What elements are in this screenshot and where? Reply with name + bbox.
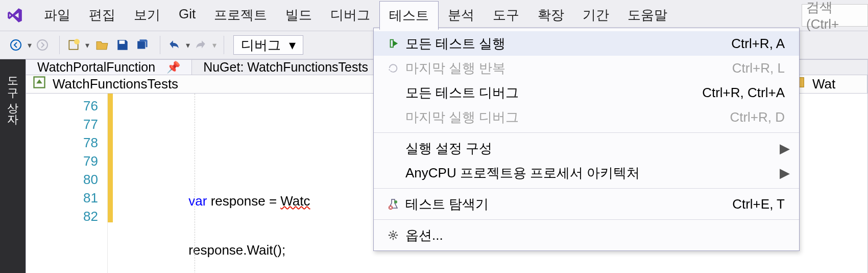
- menu-item-label: 모든 테스트 실행: [403, 35, 731, 53]
- svg-point-8: [394, 200, 397, 203]
- caret-down-icon[interactable]: ▾: [28, 40, 32, 50]
- menu-item-label: 실행 설정 구성: [403, 140, 775, 157]
- menu-item-label: 테스트 탐색기: [403, 195, 732, 213]
- menu-프로젝트[interactable]: 프로젝트: [205, 1, 276, 30]
- gear-icon: [383, 230, 403, 241]
- undo-button[interactable]: [165, 36, 183, 54]
- menu-분석[interactable]: 분석: [439, 1, 484, 30]
- nav-back-button[interactable]: [7, 36, 25, 54]
- change-indicator: [108, 94, 113, 273]
- menu-item-shortcut: Ctrl+E, T: [732, 196, 790, 212]
- submenu-arrow-icon: ▶: [780, 141, 790, 156]
- nav-scope-label: WatchFunctionsTests: [53, 76, 178, 92]
- menu-item-실행 설정 구성[interactable]: 실행 설정 구성▶: [374, 136, 799, 161]
- menu-item-옵션...[interactable]: 옵션...: [374, 223, 799, 247]
- open-button[interactable]: [93, 36, 111, 54]
- menu-파일[interactable]: 파일: [35, 1, 80, 30]
- toolbox-label: 도구 상자: [5, 70, 20, 118]
- save-button[interactable]: [114, 36, 131, 54]
- play-icon: [383, 38, 403, 49]
- line-number: 77: [26, 115, 98, 133]
- menu-item-모든 테스트 실행[interactable]: 모든 테스트 실행Ctrl+R, A: [374, 31, 799, 56]
- repeat-icon: [383, 62, 403, 74]
- config-combo[interactable]: 디버그 ▾: [233, 35, 303, 55]
- toolbox-panel[interactable]: 도구 상자: [0, 59, 26, 273]
- flask-icon: [383, 198, 403, 210]
- menu-item-label: AnyCPU 프로젝트용 프로세서 아키텍처: [403, 164, 775, 182]
- nav-member-label: Wat: [812, 76, 835, 92]
- menu-item-label: 마지막 실행 디버그: [403, 108, 730, 126]
- menu-도움말[interactable]: 도움말: [618, 1, 677, 30]
- menu-디버그[interactable]: 디버그: [321, 1, 379, 30]
- menu-item-label: 모든 테스트 디버그: [403, 84, 702, 102]
- menu-item-AnyCPU 프로젝트용 프로세서 아키텍처[interactable]: AnyCPU 프로젝트용 프로세서 아키텍처▶: [374, 161, 799, 185]
- pin-icon[interactable]: 📌: [166, 61, 180, 74]
- menu-separator: [374, 132, 799, 133]
- menu-빌드[interactable]: 빌드: [276, 1, 321, 30]
- search-placeholder: 검색(Ctrl+: [806, 0, 863, 32]
- menu-보기[interactable]: 보기: [125, 1, 170, 30]
- line-number: 82: [26, 207, 98, 225]
- tab-label: NuGet: WatchFunctionsTests: [203, 60, 368, 75]
- svg-rect-4: [119, 40, 125, 44]
- line-gutter: 76 77 78 79 80 81 82: [26, 94, 108, 273]
- doc-tab-watchportal[interactable]: WatchPortalFunction 📌: [26, 60, 192, 75]
- menu-item-테스트 탐색기[interactable]: 테스트 탐색기Ctrl+E, T: [374, 192, 799, 216]
- line-number: 76: [26, 97, 98, 115]
- menu-item-shortcut: Ctrl+R, Ctrl+A: [702, 85, 790, 101]
- menu-separator: [374, 188, 799, 189]
- config-label: 디버그: [241, 36, 281, 54]
- svg-point-1: [37, 40, 47, 50]
- line-number: 78: [26, 133, 98, 152]
- svg-point-3: [74, 39, 80, 44]
- redo-button[interactable]: [192, 36, 209, 54]
- caret-down-icon[interactable]: ▾: [212, 40, 216, 50]
- menu-도구[interactable]: 도구: [484, 1, 528, 30]
- save-all-button[interactable]: [134, 36, 152, 54]
- vs-logo: [5, 6, 25, 25]
- line-number: 79: [26, 152, 98, 170]
- menu-item-shortcut: Ctrl+R, L: [732, 60, 790, 76]
- menu-item-shortcut: Ctrl+R, D: [730, 109, 790, 125]
- menu-테스트[interactable]: 테스트: [379, 1, 439, 30]
- menu-item-label: 마지막 실행 반복: [403, 59, 732, 77]
- caret-down-icon[interactable]: ▾: [85, 40, 89, 50]
- new-item-button[interactable]: [65, 36, 82, 54]
- caret-down-icon[interactable]: ▾: [186, 40, 190, 50]
- tab-label: WatchPortalFunction: [37, 60, 155, 75]
- menu-item-shortcut: Ctrl+R, A: [731, 36, 790, 52]
- svg-point-0: [11, 40, 21, 50]
- doc-tab-nuget[interactable]: NuGet: WatchFunctionsTests: [192, 60, 380, 75]
- test-menu-dropdown: 모든 테스트 실행Ctrl+R, A마지막 실행 반복Ctrl+R, L모든 테…: [373, 28, 800, 251]
- line-number: 80: [26, 170, 98, 189]
- project-icon: [32, 75, 46, 93]
- menu-item-마지막 실행 반복: 마지막 실행 반복Ctrl+R, L: [374, 56, 799, 80]
- menu-separator: [374, 219, 799, 220]
- menu-item-모든 테스트 디버그[interactable]: 모든 테스트 디버그Ctrl+R, Ctrl+A: [374, 80, 799, 105]
- submenu-arrow-icon: ▶: [780, 165, 790, 181]
- menu-기간[interactable]: 기간: [573, 1, 618, 30]
- line-number: 81: [26, 189, 98, 207]
- menu-편집[interactable]: 편집: [80, 1, 125, 30]
- menu-Git[interactable]: Git: [170, 1, 205, 30]
- svg-point-9: [392, 234, 395, 237]
- menu-item-label: 옵션...: [403, 226, 785, 244]
- menu-item-마지막 실행 디버그: 마지막 실행 디버그Ctrl+R, D: [374, 105, 799, 129]
- menu-확장[interactable]: 확장: [528, 1, 573, 30]
- menu-bar: 파일편집보기Git프로젝트빌드디버그테스트분석도구확장기간도움말 검색(Ctrl…: [0, 0, 868, 31]
- caret-down-icon: ▾: [289, 37, 296, 53]
- search-box[interactable]: 검색(Ctrl+: [802, 4, 868, 27]
- nav-forward-button[interactable]: [34, 36, 51, 54]
